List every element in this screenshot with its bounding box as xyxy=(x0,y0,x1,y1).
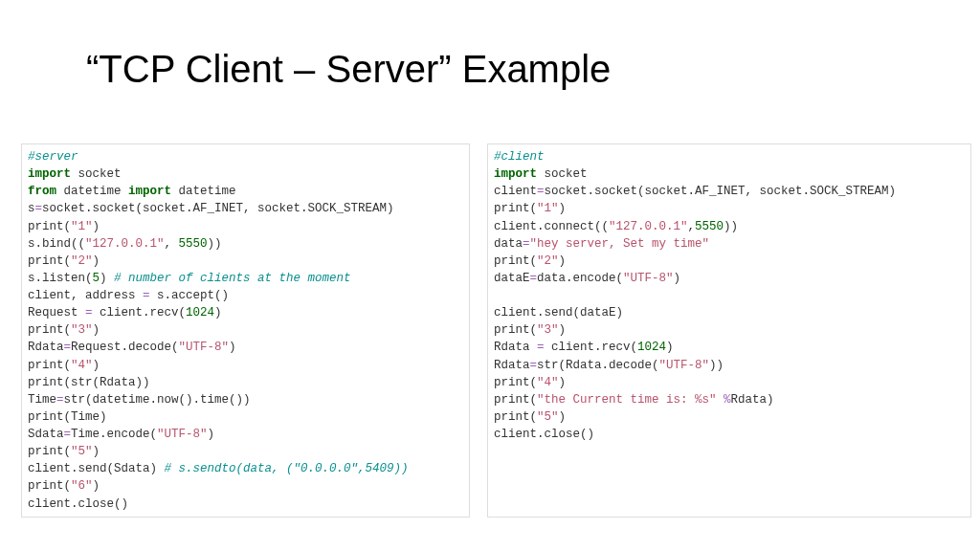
client-code-panel: #client import socket client=socket.sock… xyxy=(487,143,971,518)
client-comment: #client xyxy=(494,150,545,164)
code-panels: #server import socket from datetime impo… xyxy=(21,143,971,518)
server-comment: #server xyxy=(28,150,78,164)
server-code-panel: #server import socket from datetime impo… xyxy=(21,143,470,518)
slide-title: “TCP Client – Server” Example xyxy=(86,48,611,91)
